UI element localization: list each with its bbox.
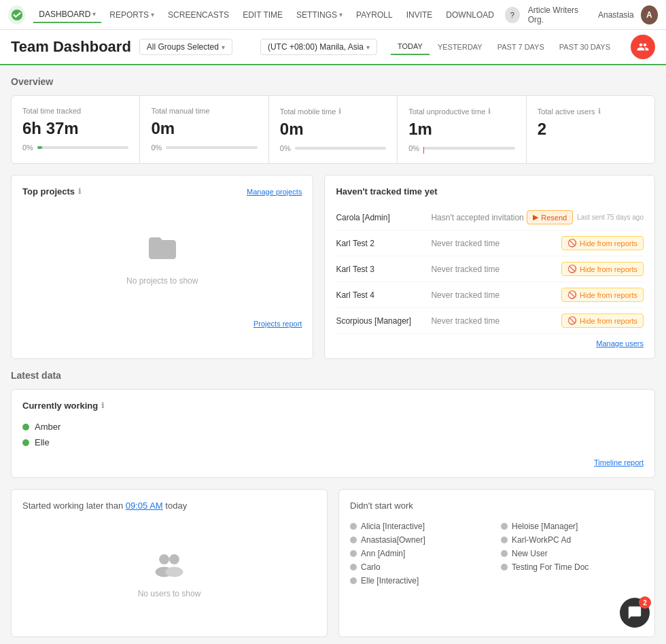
timezone-selector[interactable]: (UTC +08:00) Manila, Asia ▾ (260, 39, 377, 55)
stat-mobile-time: Total mobile time ℹ 0m 0% (269, 96, 398, 163)
group-selector[interactable]: All Groups Selected ▾ (139, 39, 232, 55)
svg-point-4 (165, 567, 183, 577)
page-title: Team Dashboard (11, 38, 131, 56)
top-projects-panel: Top projects ℹ Manage projects No projec… (11, 175, 313, 359)
list-item: Ann [Admin] (350, 549, 493, 558)
tracked-row: Karl Test 4 Never tracked time 🚫 Hide fr… (336, 282, 644, 308)
manage-projects-link[interactable]: Manage projects (247, 188, 302, 196)
stats-row: Total time tracked 6h 37m 0% Total manua… (11, 95, 655, 164)
stat-value-users: 2 (538, 120, 644, 139)
offline-dot (350, 577, 357, 584)
chat-button[interactable]: 2 (620, 598, 650, 628)
chevron-down-icon: ▾ (151, 11, 154, 18)
nav-dashboard[interactable]: DASHBOARD ▾ (33, 7, 101, 23)
help-button[interactable]: ? (505, 7, 520, 23)
list-item: Testing For Time Doc (501, 562, 644, 572)
info-icon[interactable]: ℹ (598, 107, 601, 116)
list-item: Heloise [Manager] (501, 522, 644, 531)
hide-from-reports-button[interactable]: 🚫 Hide from reports (561, 262, 644, 276)
list-item: Anastasia[Owner] (350, 535, 493, 545)
chevron-down-icon: ▾ (222, 44, 225, 51)
nav-edit-time[interactable]: EDIT TIME (237, 7, 288, 22)
add-user-button[interactable] (631, 35, 655, 59)
stat-total-time: Total time tracked 6h 37m 0% (12, 96, 140, 163)
tracked-row: Karl Test 3 Never tracked time 🚫 Hide fr… (336, 256, 644, 282)
nav-settings[interactable]: SETTINGS ▾ (291, 7, 348, 22)
nav-invite[interactable]: INVITE (401, 7, 438, 22)
info-icon[interactable]: ℹ (488, 107, 491, 116)
date-btn-yesterday[interactable]: YESTERDAY (431, 39, 489, 54)
list-item: Elle [Interactive] (350, 576, 493, 586)
chat-badge: 2 (639, 596, 651, 609)
list-item: Karl-WorkPC Ad (501, 535, 644, 545)
latest-data-title: Latest data (11, 370, 655, 381)
offline-dot (501, 537, 508, 543)
info-icon[interactable]: ℹ (78, 187, 81, 196)
no-late-users-state: No users to show (22, 522, 316, 626)
chevron-down-icon: ▾ (339, 11, 343, 18)
user-name: Anastasia (598, 10, 634, 20)
nav-reports[interactable]: REPORTS ▾ (104, 7, 160, 22)
avatar[interactable]: A (641, 5, 658, 24)
tracked-row: Scorpious [Manager] Never tracked time 🚫… (336, 308, 644, 334)
tracked-row: Karl Test 2 Never tracked time 🚫 Hide fr… (336, 231, 644, 256)
manage-users-link[interactable]: Manage users (336, 339, 644, 348)
svg-point-2 (169, 554, 179, 564)
offline-dot (350, 537, 357, 543)
list-item: Carlo (350, 562, 493, 572)
nav-screencasts[interactable]: SCREENCASTS (162, 7, 234, 22)
middle-panels: Top projects ℹ Manage projects No projec… (11, 175, 655, 359)
chevron-down-icon: ▾ (366, 44, 370, 51)
send-icon: ▶ (533, 213, 538, 222)
offline-dot (501, 550, 508, 557)
offline-dot (350, 564, 357, 571)
timeline-report-link[interactable]: Timeline report (22, 458, 644, 467)
stat-value-unproductive: 1m (408, 120, 514, 139)
offline-dot (350, 550, 357, 557)
date-btn-30days[interactable]: PAST 30 DAYS (553, 39, 617, 54)
hide-from-reports-button[interactable]: 🚫 Hide from reports (561, 313, 644, 328)
chevron-down-icon: ▾ (92, 10, 96, 18)
offline-dot (501, 564, 508, 571)
overview-title: Overview (11, 76, 655, 87)
offline-dot (350, 523, 357, 530)
online-dot (22, 439, 29, 446)
bottom-panels: Started working later than 09:05 AM toda… (11, 489, 655, 637)
eye-off-icon: 🚫 (567, 265, 577, 273)
working-user-row: Elle (22, 435, 644, 450)
stat-value-mobile: 0m (280, 120, 386, 139)
didnt-start-panel: Didn't start work Alicia [Interactive] H… (338, 489, 655, 637)
org-name: Article Writers Org. (528, 5, 590, 24)
date-btn-today[interactable]: TODAY (391, 39, 430, 55)
start-time-link[interactable]: 09:05 AM (126, 501, 163, 511)
date-btn-7days[interactable]: PAST 7 DAYS (491, 39, 551, 54)
havent-tracked-panel: Haven't tracked time yet Carola [Admin] … (324, 175, 655, 359)
stat-unproductive-time: Total unproductive time ℹ 1m 0% (398, 96, 526, 163)
nav-payroll[interactable]: PAYROLL (351, 7, 398, 22)
hide-from-reports-button[interactable]: 🚫 Hide from reports (561, 288, 644, 302)
info-icon[interactable]: ℹ (338, 107, 341, 116)
sub-header: Team Dashboard All Groups Selected ▾ (UT… (0, 30, 666, 65)
eye-off-icon: 🚫 (567, 239, 577, 248)
list-item: Alicia [Interactive] (350, 522, 493, 531)
nav-download[interactable]: DOWNLOAD (440, 7, 500, 22)
offline-dot (501, 523, 508, 530)
stat-value-time: 6h 37m (22, 119, 128, 138)
svg-point-1 (159, 554, 169, 564)
stat-active-users: Total active users ℹ 2 (527, 96, 654, 163)
app-logo[interactable] (8, 5, 25, 24)
group-icon (152, 549, 187, 583)
online-dot (22, 424, 29, 430)
info-icon[interactable]: ℹ (101, 401, 104, 410)
resend-button[interactable]: ▶ Resend (527, 210, 573, 224)
no-projects-state: No projects to show (22, 205, 302, 313)
started-later-panel: Started working later than 09:05 AM toda… (11, 489, 328, 637)
stat-manual-time: Total manual time 0m 0% (140, 96, 268, 163)
didnt-start-grid: Alicia [Interactive] Heloise [Manager] A… (350, 522, 644, 586)
eye-off-icon: 🚫 (567, 290, 577, 299)
projects-report-link[interactable]: Projects report (253, 320, 302, 328)
hide-from-reports-button[interactable]: 🚫 Hide from reports (561, 236, 644, 250)
folder-icon (146, 232, 179, 271)
stat-value-manual: 0m (151, 119, 257, 138)
top-navigation: DASHBOARD ▾ REPORTS ▾ SCREENCASTS EDIT T… (0, 0, 666, 30)
